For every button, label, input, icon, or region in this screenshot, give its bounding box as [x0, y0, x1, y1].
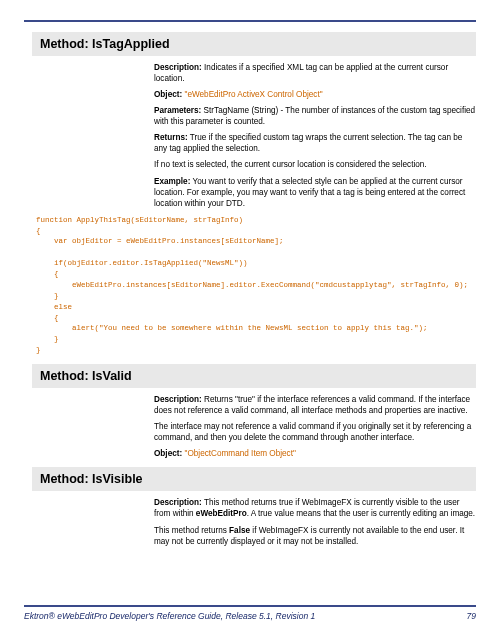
- returns-label: Returns:: [154, 133, 188, 142]
- footer-page-number: 79: [467, 611, 476, 621]
- code-block-istagapplied: function ApplyThisTag(sEditorName, strTa…: [36, 215, 476, 356]
- plain-text-3: This method returns False if WebImageFX …: [154, 525, 476, 547]
- method-header-istagapplied: Method: IsTagApplied: [32, 32, 476, 56]
- desc-label: Description:: [154, 63, 202, 72]
- top-rule: [24, 20, 476, 22]
- desc-label-3: Description:: [154, 498, 202, 507]
- page-footer: Ektron® eWebEditPro Developer's Referenc…: [24, 605, 476, 621]
- footer-title: Ektron® eWebEditPro Developer's Referenc…: [24, 611, 315, 621]
- object-link[interactable]: "eWebEditPro ActiveX Control Object": [182, 90, 322, 99]
- object-label: Object:: [154, 90, 182, 99]
- method-header-isvalid: Method: IsValid: [32, 364, 476, 388]
- method-content-isvisible: Description: This method returns true if…: [154, 497, 476, 546]
- example-label: Example:: [154, 177, 190, 186]
- params-label: Parameters:: [154, 106, 201, 115]
- method-content-istagapplied: Description: Indicates if a specified XM…: [154, 62, 476, 209]
- object-label-2: Object:: [154, 449, 182, 458]
- method-header-isvisible: Method: IsVisible: [32, 467, 476, 491]
- desc-text-2: Returns "true" if the interface referenc…: [154, 395, 470, 415]
- desc-p-3: Description: This method returns true if…: [154, 497, 476, 519]
- method-content-isvalid: Description: Returns "true" if the inter…: [154, 394, 476, 459]
- plain-text: If no text is selected, the current curs…: [154, 159, 476, 170]
- object-link-2[interactable]: "ObjectCommand Item Object": [182, 449, 296, 458]
- returns-text: True if the specified custom tag wraps t…: [154, 133, 462, 153]
- plain-text-2: The interface may not reference a valid …: [154, 421, 476, 443]
- params-text: StrTagName (String) - The number of inst…: [154, 106, 475, 126]
- desc-text-3: This method returns true if WebImageFX i…: [154, 498, 475, 518]
- desc-label-2: Description:: [154, 395, 202, 404]
- example-text: You want to verify that a selected style…: [154, 177, 465, 208]
